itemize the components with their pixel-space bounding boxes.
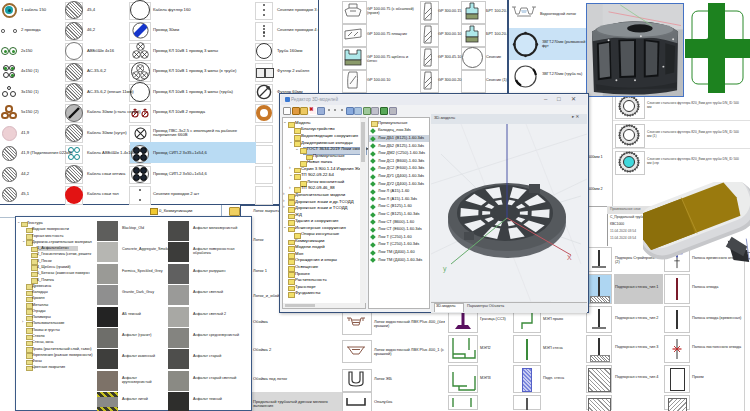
svg-text:y: y [443,265,447,273]
svg-text:X: X [567,254,572,261]
